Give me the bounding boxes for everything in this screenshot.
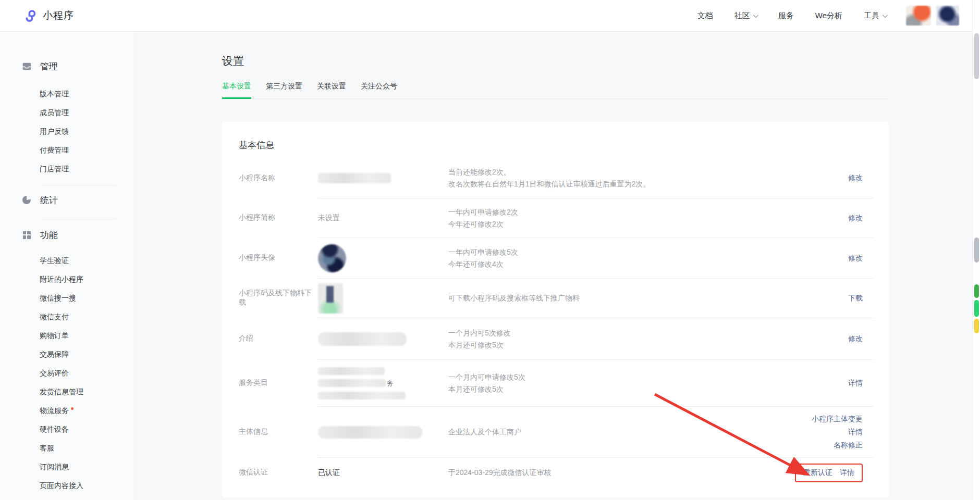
verification-status: 已认证 [318, 468, 448, 478]
tab-relation-settings[interactable]: 关联设置 [317, 82, 346, 99]
chevron-down-icon [883, 12, 888, 18]
row-wechat-verification: 微信认证 已认证 于2024-03-29完成微信认证审核 重新认证 详情 [222, 457, 889, 488]
sidebar-item-subscribe-msg[interactable]: 订阅消息 [0, 458, 134, 477]
masked-entity-name [318, 426, 422, 439]
sidebar-item-orders[interactable]: 购物订单 [0, 327, 134, 345]
modify-link[interactable]: 修改 [848, 214, 863, 223]
divider [41, 185, 115, 185]
entity-change-link[interactable]: 小程序主体变更 [812, 415, 863, 424]
card-title: 基本信息 [222, 121, 889, 151]
page-title: 设置 [222, 54, 980, 68]
sidebar-item-trade-review[interactable]: 交易评价 [0, 364, 134, 383]
masked-app-avatar-image [318, 244, 346, 272]
nav-community[interactable]: 社区 [734, 11, 757, 21]
sidebar-item-nearby[interactable]: 附近的小程序 [0, 270, 134, 289]
sidebar-manage-items: 版本管理 成员管理 用户反馈 付费管理 门店管理 [0, 85, 134, 179]
top-header: 小程序 文档 社区 服务 We分析 工具 [0, 0, 980, 32]
scrollbar-thumb[interactable] [974, 33, 979, 79]
masked-app-name [318, 173, 391, 183]
settings-tabs: 基本设置 第三方设置 关联设置 关注公众号 [222, 82, 889, 99]
main-content: 设置 基本设置 第三方设置 关联设置 关注公众号 基本信息 小程序名称 [134, 32, 980, 500]
details-link[interactable]: 详情 [840, 468, 854, 478]
row-entity-info: 主体信息 企业法人及个体工商户 小程序主体变更 详情 名称修正 [222, 406, 889, 457]
tab-thirdparty-settings[interactable]: 第三方设置 [266, 82, 302, 99]
row-desc: 一个月内可5次修改 本月还可修改5次 [448, 327, 749, 351]
row-label: 主体信息 [222, 406, 318, 457]
row-desc: 当前还能修改2次。 改名次数将在自然年1月1日和微信认证审核通过后重置为2次。 [448, 166, 749, 190]
download-link[interactable]: 下载 [848, 294, 863, 303]
row-label: 小程序码及线下物料下载 [222, 278, 318, 318]
pie-chart-icon [22, 195, 31, 205]
sidebar-section-label: 管理 [40, 60, 58, 72]
row-service-category: 服务类目 务 一个月内可申请修改5次 本 [222, 359, 889, 406]
modify-link[interactable]: 修改 [848, 173, 863, 183]
sidebar-section-manage[interactable]: 管理 [0, 60, 134, 72]
tab-basic-settings[interactable]: 基本设置 [222, 82, 251, 99]
masked-service-categories: 务 [318, 367, 448, 399]
row-desc: 一年内可申请修改5次 今年还可修改4次 [448, 246, 749, 270]
modify-link[interactable]: 修改 [848, 334, 863, 344]
new-badge-dot [71, 407, 74, 410]
nav-we-analytics[interactable]: We分析 [815, 11, 842, 21]
sidebar-section-stats[interactable]: 统计 [0, 194, 134, 206]
details-link[interactable]: 详情 [848, 379, 863, 388]
row-desc: 企业法人及个体工商户 [448, 426, 749, 438]
row-qrcode-material: 小程序码及线下物料下载 可下载小程序码及搜索框等线下推广物料 下载 [222, 278, 889, 318]
row-desc: 一个月内可申请修改5次 本月还可修改5次 [448, 371, 749, 395]
tab-official-account[interactable]: 关注公众号 [361, 82, 397, 99]
masked-qrcode-image [318, 283, 343, 314]
row-introduction: 介绍 一个月内可5次修改 本月还可修改5次 修改 [222, 318, 889, 359]
sidebar-section-features[interactable]: 功能 [0, 229, 134, 241]
reverify-highlight-box: 重新认证 详情 [795, 464, 863, 482]
basic-info-card: 基本信息 小程序名称 当前还能修改2次。 改名次数将在自然年1月1日和微信认证审… [222, 121, 889, 497]
sidebar-section-label: 功能 [40, 229, 58, 241]
sidebar-item-feedback[interactable]: 用户反馈 [0, 122, 134, 141]
sidebar-feature-items: 学生验证 附近的小程序 微信搜一搜 微信支付 购物订单 交易保障 交易评价 发货… [0, 252, 134, 495]
divider [41, 219, 115, 219]
scroll-marker-teal [974, 300, 979, 317]
row-app-short-name: 小程序简称 未设置 一年内可申请修改2次 今年还可修改2次 修改 [222, 198, 889, 238]
grid-icon [22, 230, 31, 240]
sidebar-item-search[interactable]: 微信搜一搜 [0, 289, 134, 308]
nav-services[interactable]: 服务 [778, 11, 794, 21]
sidebar-item-stores[interactable]: 门店管理 [0, 160, 134, 179]
avatar[interactable] [936, 6, 959, 26]
sidebar-item-page-content[interactable]: 页面内容接入 [0, 477, 134, 495]
page-scrollbar [972, 0, 980, 500]
sidebar: 管理 版本管理 成员管理 用户反馈 付费管理 门店管理 统计 功能 [0, 32, 134, 500]
logo-text: 小程序 [43, 9, 74, 22]
masked-introduction [318, 332, 407, 346]
row-app-avatar: 小程序头像 一年内可申请修改5次 今年还可修改4次 修改 [222, 238, 889, 278]
scroll-marker-green [974, 284, 979, 298]
avatar[interactable] [906, 6, 931, 26]
sidebar-item-logistics[interactable]: 物流服务 [0, 402, 134, 420]
sidebar-item-members[interactable]: 成员管理 [0, 104, 134, 122]
sidebar-item-hardware[interactable]: 硬件设备 [0, 420, 134, 439]
account-area [906, 6, 959, 26]
row-desc: 一年内可申请修改2次 今年还可修改2次 [448, 206, 749, 230]
wechat-miniprogram-console: 小程序 文档 社区 服务 We分析 工具 管理 [0, 0, 980, 500]
details-link[interactable]: 详情 [848, 428, 863, 437]
reverify-link[interactable]: 重新认证 [803, 468, 832, 478]
sidebar-item-wepay[interactable]: 微信支付 [0, 308, 134, 327]
row-label: 小程序名称 [222, 158, 318, 198]
row-label: 微信认证 [222, 457, 318, 488]
nav-docs[interactable]: 文档 [697, 11, 713, 21]
top-nav: 文档 社区 服务 We分析 工具 [697, 11, 886, 21]
sidebar-item-student-verify[interactable]: 学生验证 [0, 252, 134, 270]
sidebar-item-payment[interactable]: 付费管理 [0, 141, 134, 160]
inbox-icon [22, 61, 31, 71]
chevron-down-icon [753, 12, 758, 18]
miniprogram-logo[interactable]: 小程序 [22, 8, 74, 23]
sidebar-item-version[interactable]: 版本管理 [0, 85, 134, 104]
row-app-name: 小程序名称 当前还能修改2次。 改名次数将在自然年1月1日和微信认证审核通过后重… [222, 158, 889, 198]
name-correction-link[interactable]: 名称修正 [834, 441, 863, 450]
sidebar-item-shipping-info[interactable]: 发货信息管理 [0, 383, 134, 402]
modify-link[interactable]: 修改 [848, 254, 863, 263]
sidebar-item-customer-service[interactable]: 客服 [0, 439, 134, 458]
scroll-marker-yellow [974, 319, 979, 333]
sidebar-item-trade-guarantee[interactable]: 交易保障 [0, 345, 134, 364]
row-desc: 于2024-03-29完成微信认证审核 [448, 467, 749, 479]
nav-tools[interactable]: 工具 [864, 11, 886, 21]
row-value: 未设置 [318, 214, 448, 223]
